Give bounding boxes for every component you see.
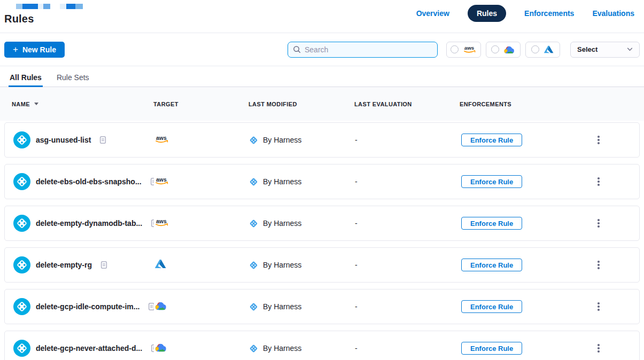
new-rule-label: New Rule xyxy=(22,45,56,54)
column-header-name[interactable]: NAME xyxy=(12,101,153,107)
column-header-enforcements: ENFORCEMENTS xyxy=(460,101,588,107)
page-header: Rules Overview Rules Enforcements Evalua… xyxy=(0,0,644,33)
nav-item-evaluations[interactable]: Evaluations xyxy=(592,9,634,18)
row-menu-cell xyxy=(588,258,639,272)
enforcements-cell: Enforce Rule xyxy=(460,217,588,230)
plus-icon: + xyxy=(13,45,18,54)
governance-rule-icon xyxy=(13,131,30,148)
column-header-last-evaluation: LAST EVALUATION xyxy=(354,101,460,107)
gcp-radio[interactable] xyxy=(491,45,499,53)
last-evaluation-cell: - xyxy=(355,344,460,353)
last-evaluation-cell: - xyxy=(355,219,460,228)
last-modified-cell: By Harness xyxy=(249,177,355,186)
row-menu-kebab-icon[interactable] xyxy=(593,133,604,147)
row-menu-kebab-icon[interactable] xyxy=(593,300,604,314)
enforce-rule-button[interactable]: Enforce Rule xyxy=(461,342,522,355)
svg-text:aws: aws xyxy=(156,217,167,224)
target-cell: aws xyxy=(154,217,249,230)
table-row[interactable]: delete-gcp-never-attached-d... xyxy=(4,331,640,360)
row-menu-cell xyxy=(588,175,639,189)
copy-icon[interactable] xyxy=(148,302,154,311)
aws-target-icon: aws xyxy=(154,134,170,144)
copy-icon[interactable] xyxy=(150,177,154,186)
aws-target-icon: aws xyxy=(154,176,170,186)
filter-button-gcp[interactable] xyxy=(486,42,521,58)
table-header: NAME TARGET LAST MODIFIED LAST EVALUATIO… xyxy=(0,87,644,121)
governance-rule-icon xyxy=(13,298,30,315)
rule-name[interactable]: asg-unused-list xyxy=(36,136,91,144)
last-modified-cell: By Harness xyxy=(249,136,355,145)
enforce-rule-button[interactable]: Enforce Rule xyxy=(461,134,522,146)
sort-descending-icon xyxy=(34,103,38,105)
last-evaluation-cell: - xyxy=(355,177,460,186)
enforce-rule-button[interactable]: Enforce Rule xyxy=(461,217,522,230)
search-box[interactable] xyxy=(288,42,438,58)
rule-name[interactable]: delete-gcp-never-attached-d... xyxy=(36,344,142,353)
rules-tabs: All Rules Rule Sets xyxy=(0,66,644,87)
table-row[interactable]: delete-empty-rg By Harness - xyxy=(4,247,640,283)
copy-icon[interactable] xyxy=(100,261,107,269)
harness-author-icon xyxy=(249,136,258,145)
table-row[interactable]: delete-empty-dynamodb-tab... aws By Ha xyxy=(4,206,640,241)
table-row[interactable]: delete-gcp-idle-compute-im... xyxy=(4,289,640,324)
harness-author-icon xyxy=(249,302,258,311)
row-menu-kebab-icon[interactable] xyxy=(593,258,604,272)
search-icon xyxy=(293,45,301,53)
rule-name[interactable]: delete-empty-dynamodb-tab... xyxy=(36,219,142,228)
harness-author-icon xyxy=(249,261,258,270)
last-modified-by: By Harness xyxy=(263,219,301,228)
harness-author-icon xyxy=(249,219,258,228)
gcp-target-icon xyxy=(154,342,167,353)
search-input[interactable] xyxy=(305,45,432,54)
nav-item-rules[interactable]: Rules xyxy=(468,5,506,22)
enforce-rule-button[interactable]: Enforce Rule xyxy=(461,175,522,188)
last-modified-cell: By Harness xyxy=(249,219,355,228)
aws-logo-icon: aws xyxy=(462,45,477,54)
row-menu-kebab-icon[interactable] xyxy=(593,216,604,230)
filter-button-aws[interactable]: aws xyxy=(446,42,481,58)
target-cell: aws xyxy=(154,134,249,146)
nav-item-overview[interactable]: Overview xyxy=(416,9,449,18)
svg-text:aws: aws xyxy=(156,134,167,140)
rule-name[interactable]: delete-empty-rg xyxy=(36,261,92,269)
azure-radio[interactable] xyxy=(531,45,539,53)
chevron-down-icon xyxy=(627,48,633,51)
target-cell xyxy=(154,342,249,355)
target-cell: aws xyxy=(154,176,249,188)
rule-name-cell: delete-gcp-never-attached-d... xyxy=(13,340,154,357)
last-evaluation-cell: - xyxy=(355,261,460,269)
rule-name-cell: delete-ebs-old-ebs-snapsho... xyxy=(13,173,154,190)
aws-radio[interactable] xyxy=(451,45,459,53)
last-modified-by: By Harness xyxy=(263,177,301,186)
row-menu-cell xyxy=(588,133,639,147)
rules-table-body: asg-unused-list aws By Harness xyxy=(0,121,644,360)
last-evaluation-cell: - xyxy=(355,302,460,311)
column-header-last-modified: LAST MODIFIED xyxy=(249,101,354,107)
row-menu-kebab-icon[interactable] xyxy=(593,341,604,355)
table-row[interactable]: asg-unused-list aws By Harness xyxy=(4,122,640,158)
select-dropdown[interactable]: Select xyxy=(570,42,640,58)
last-modified-by: By Harness xyxy=(263,136,301,144)
top-nav: Overview Rules Enforcements Evaluations xyxy=(416,5,634,22)
row-menu-cell xyxy=(588,216,639,230)
new-rule-button[interactable]: + New Rule xyxy=(4,42,65,58)
governance-rule-icon xyxy=(13,340,30,357)
azure-target-icon xyxy=(154,259,167,269)
last-modified-cell: By Harness xyxy=(249,344,355,353)
rule-name[interactable]: delete-gcp-idle-compute-im... xyxy=(36,302,139,311)
rule-name[interactable]: delete-ebs-old-ebs-snapsho... xyxy=(36,177,142,186)
copy-icon[interactable] xyxy=(99,136,106,144)
filter-button-azure[interactable] xyxy=(525,42,560,58)
target-cell xyxy=(154,259,249,271)
row-menu-kebab-icon[interactable] xyxy=(593,175,604,189)
rule-name-cell: asg-unused-list xyxy=(13,131,154,148)
enforce-rule-button[interactable]: Enforce Rule xyxy=(461,300,522,313)
tab-all-rules[interactable]: All Rules xyxy=(9,68,43,87)
last-modified-cell: By Harness xyxy=(249,261,355,270)
table-row[interactable]: delete-ebs-old-ebs-snapsho... aws By H xyxy=(4,164,640,199)
enforce-rule-button[interactable]: Enforce Rule xyxy=(461,259,522,271)
enforcements-cell: Enforce Rule xyxy=(460,175,588,188)
enforcements-cell: Enforce Rule xyxy=(460,342,588,355)
tab-rule-sets[interactable]: Rule Sets xyxy=(56,68,90,87)
nav-item-enforcements[interactable]: Enforcements xyxy=(524,9,574,18)
